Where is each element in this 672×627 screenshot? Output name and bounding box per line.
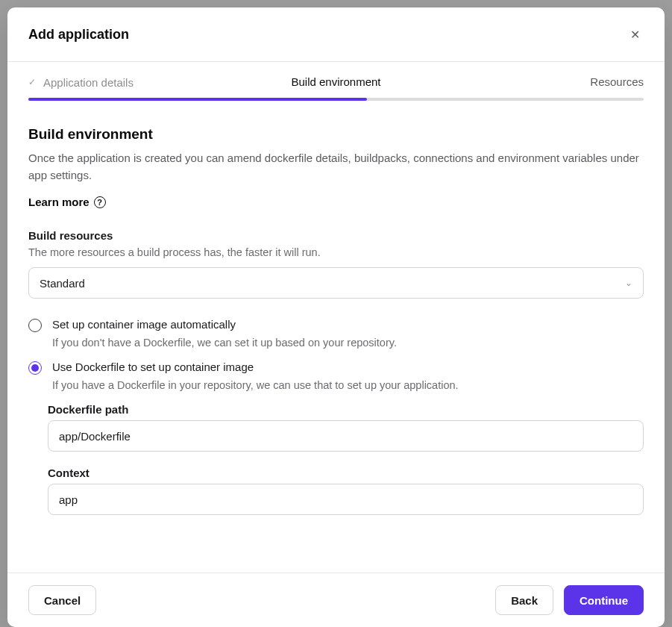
progress-track	[28, 98, 644, 101]
dockerfile-path-input[interactable]	[48, 420, 644, 452]
step-label: Application details	[43, 76, 134, 89]
radio-dockerfile-setup[interactable]: Use Dockerfile to set up container image	[28, 361, 644, 375]
context-input[interactable]	[48, 484, 644, 515]
close-icon: ✕	[630, 28, 640, 42]
build-resources-hint: The more resources a build process has, …	[28, 246, 644, 258]
modal-header: Add application ✕	[7, 7, 665, 62]
learn-more-link[interactable]: Learn more ?	[28, 196, 106, 208]
radio-label: Use Dockerfile to set up container image	[52, 361, 254, 373]
progress-fill	[28, 98, 367, 101]
modal-content: Build environment Once the application i…	[7, 101, 665, 573]
check-icon: ✓	[28, 77, 36, 87]
learn-more-label: Learn more	[28, 196, 90, 208]
step-resources[interactable]: Resources	[439, 75, 644, 89]
section-title: Build environment	[28, 126, 644, 143]
container-setup-group: Set up container image automatically If …	[28, 318, 644, 515]
modal-footer: Cancel Back Continue	[7, 573, 665, 627]
step-build-environment[interactable]: Build environment	[233, 75, 439, 89]
section-description: Once the application is created you can …	[28, 150, 644, 184]
build-resources-label: Build resources	[28, 229, 644, 242]
close-button[interactable]: ✕	[626, 25, 644, 43]
wizard-steps: ✓ Application details Build environment …	[7, 62, 665, 89]
radio-label: Set up container image automatically	[52, 318, 236, 331]
modal-title: Add application	[28, 27, 129, 43]
context-label: Context	[48, 467, 644, 479]
step-label: Resources	[590, 75, 644, 88]
dockerfile-fields: Dockerfile path Context	[48, 403, 644, 515]
radio-icon	[28, 319, 42, 332]
build-resources-selected: Standard	[40, 277, 85, 290]
radio-auto-sub: If you don't have a Dockerfile, we can s…	[52, 337, 644, 349]
footer-right: Back Continue	[495, 585, 644, 615]
chevron-down-icon: ⌄	[625, 278, 632, 288]
progress-bar	[7, 89, 665, 101]
radio-inner	[31, 364, 39, 372]
continue-button[interactable]: Continue	[564, 585, 644, 615]
dockerfile-path-label: Dockerfile path	[48, 403, 644, 416]
help-icon: ?	[94, 196, 106, 208]
back-button[interactable]: Back	[495, 585, 553, 615]
build-resources-select[interactable]: Standard ⌄	[28, 267, 644, 299]
step-application-details[interactable]: ✓ Application details	[28, 76, 233, 89]
add-application-modal: Add application ✕ ✓ Application details …	[7, 7, 665, 627]
step-label: Build environment	[291, 75, 380, 88]
radio-auto-setup[interactable]: Set up container image automatically	[28, 318, 644, 332]
radio-icon-selected	[28, 361, 42, 375]
cancel-button[interactable]: Cancel	[28, 585, 96, 615]
radio-dockerfile-sub: If you have a Dockerfile in your reposit…	[52, 379, 644, 391]
